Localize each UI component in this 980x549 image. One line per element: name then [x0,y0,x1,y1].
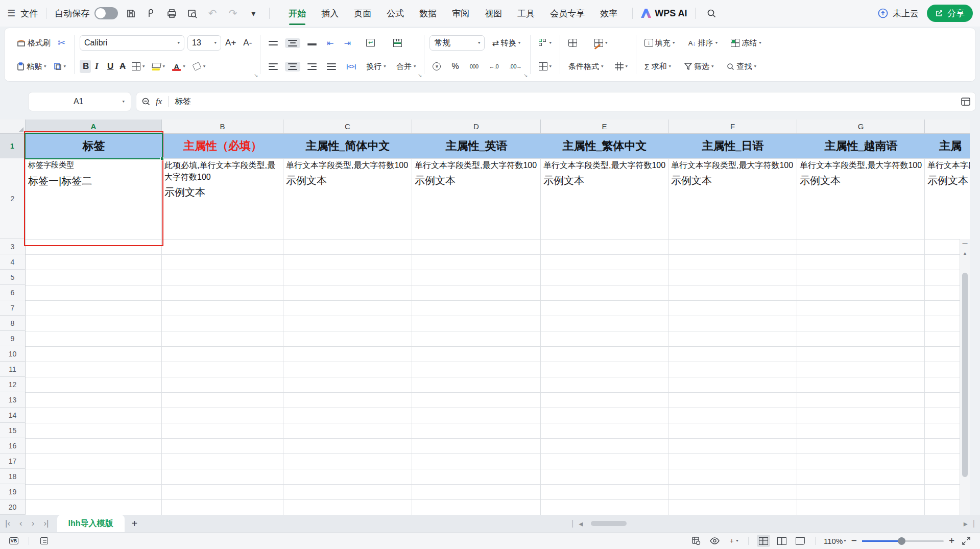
row-header-13[interactable]: 13 [0,392,26,408]
column-header-G[interactable]: G [797,120,925,134]
fullscreen-button[interactable] [960,535,973,547]
next-sheet-icon[interactable]: › [32,518,35,529]
row-header-16[interactable]: 16 [0,438,26,453]
zoom-slider-knob[interactable] [898,537,905,545]
name-box[interactable]: A1 ▾ [28,92,131,111]
move-selection-button[interactable]: ＋ ▾ [727,535,740,547]
alignment-dialog-launcher[interactable]: ↘ [418,73,422,78]
merge-cells-button[interactable]: 合并 ▾ [393,60,419,73]
row-header-3[interactable]: 3 [0,239,26,254]
cell-G2[interactable]: 单行文本字段类型,最大字符数100示例文本 [797,158,925,239]
fill-button[interactable]: ↓ 填充 ▾ [641,37,678,50]
eraser-button[interactable]: ▾ [189,61,209,72]
menu-tab[interactable]: 页面 [347,6,378,21]
zoom-formula-icon[interactable] [141,97,151,106]
menu-tab[interactable]: 工具 [511,6,541,21]
sum-button[interactable]: Σ 求和 ▾ [641,60,674,73]
menu-tab[interactable]: 公式 [380,6,411,21]
font-name-select[interactable]: Calibri ▾ [80,35,184,51]
wps-ai-button[interactable]: WPS AI [641,8,687,19]
decrease-decimal-button[interactable]: .00→ [506,62,524,71]
prev-sheet-icon[interactable]: ‹ [19,518,22,529]
row-header-17[interactable]: 17 [0,453,26,469]
increase-font-button[interactable]: A+ [222,36,239,50]
row-header-20[interactable]: 20 [0,499,26,515]
strikethrough-button[interactable]: A [116,60,128,73]
fx-icon[interactable]: fx [156,97,162,107]
cell-G1[interactable]: 主属性_越南语 [797,134,925,158]
filter-button[interactable]: 筛选 ▾ [681,60,717,73]
column-header-B[interactable]: B [162,120,283,134]
scroll-left-icon[interactable]: ◂ [579,519,583,529]
align-middle-button[interactable] [285,38,300,48]
italic-button[interactable]: I [92,60,103,73]
paste-button[interactable]: 粘贴 ▾ [14,60,50,73]
menu-tab[interactable]: 数据 [413,6,443,21]
fill-color-button[interactable]: ▾ [149,62,169,70]
cell-D1[interactable]: 主属性_英语 [412,134,541,158]
quickbar-more-icon[interactable]: ▾ [246,6,261,20]
insert-cells-button[interactable]: ▾ [536,37,555,49]
column-header-E[interactable]: E [541,120,668,134]
normal-view-button[interactable] [757,535,770,547]
increase-indent-button[interactable]: ⇥ [341,37,354,50]
horizontal-scrollbar[interactable]: | ◂ ▸ | [571,519,975,529]
zoom-out-button[interactable]: − [851,535,857,546]
menu-tab[interactable]: 审阅 [445,6,476,21]
row-header-18[interactable]: 18 [0,469,26,484]
cloud-status-button[interactable]: 未上云 [877,8,919,19]
align-top-button[interactable] [266,39,281,47]
row-header-2[interactable]: 2 [0,158,26,239]
menu-tab[interactable]: 开始 [282,6,313,21]
reading-mode-button[interactable] [708,535,722,547]
number-format-select[interactable]: 常规 ▾ [429,35,485,51]
cell-E2[interactable]: 单行文本字段类型,最大字符数100示例文本 [541,158,668,239]
menu-tab[interactable]: 效率 [593,6,624,21]
zoom-level-button[interactable]: 110% ▾ [824,535,846,547]
format-painter-button[interactable]: 格式刷 [14,37,54,50]
autosave-toggle[interactable] [94,7,118,19]
menu-tab[interactable]: 插入 [315,6,345,21]
row-header-4[interactable]: 4 [0,254,26,270]
table-style-button[interactable]: ▾ [591,37,611,49]
outline-view-button[interactable] [37,535,51,547]
file-menu[interactable]: 文件 [20,8,38,19]
align-left-button[interactable] [266,62,281,71]
horizontal-scroll-thumb[interactable] [591,521,627,526]
page-break-view-button[interactable] [794,535,807,547]
save-icon[interactable] [123,6,138,20]
select-all-corner[interactable] [0,120,26,134]
freeze-button[interactable]: 冻结 ▾ [728,37,764,50]
share-button[interactable]: 分享 [927,5,973,22]
font-dialog-launcher[interactable]: ↘ [254,73,258,78]
cell-F2[interactable]: 单行文本字段类型,最大字符数100示例文本 [668,158,797,239]
currency-format-button[interactable]: ¥ [429,61,444,72]
percent-format-button[interactable]: % [448,60,462,73]
rows-columns-button[interactable]: ▾ [536,61,555,72]
font-color-button[interactable]: A ▾ [169,61,188,72]
align-justify-button[interactable] [324,62,339,71]
row-header-15[interactable]: 15 [0,423,26,438]
fill-handle[interactable] [160,157,164,160]
print-preview-icon[interactable] [184,6,200,20]
collapse-scrollbar-icon[interactable]: — [960,239,970,246]
macro-vb-button[interactable]: VB [7,535,20,547]
row-header-10[interactable]: 10 [0,346,26,362]
hamburger-menu-icon[interactable]: ☰ [7,8,15,19]
align-center-button[interactable] [285,62,300,71]
column-header-F[interactable]: F [668,120,797,134]
cell-B2[interactable]: 此项必填,单行文本字段类型,最大字符数100示例文本 [162,158,283,239]
vertical-scroll-thumb[interactable] [962,273,968,477]
scroll-up-icon[interactable]: ▲ [960,251,970,256]
align-bottom-button[interactable] [304,39,320,47]
sort-button[interactable]: A↓ 排序 ▾ [685,37,721,50]
cell-D2[interactable]: 单行文本字段类型,最大字符数100示例文本 [412,158,541,239]
cell-E1[interactable]: 主属性_繁体中文 [541,134,668,158]
row-header-7[interactable]: 7 [0,300,26,316]
increase-decimal-button[interactable]: ←.0 [486,62,502,71]
menu-tab[interactable]: 会员专享 [543,6,591,21]
redo-icon[interactable]: ↷ [225,6,241,20]
row-header-12[interactable]: 12 [0,377,26,392]
font-size-select[interactable]: 13 ▾ [187,35,221,51]
conditional-format-button[interactable]: 条件格式 ▾ [565,60,607,73]
